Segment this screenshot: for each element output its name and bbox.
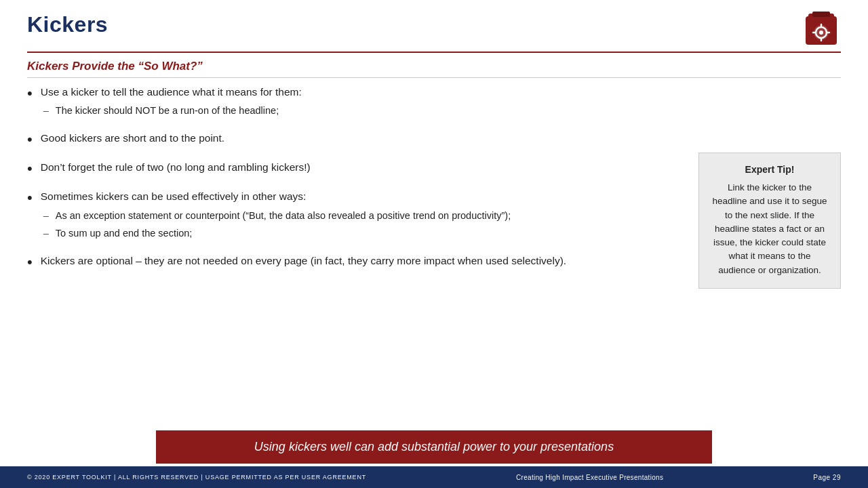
kicker-banner: Using kickers well can add substantial p… [156, 430, 712, 464]
page-title: Kickers [27, 12, 108, 40]
bullet-icon: • [27, 187, 33, 209]
footer-copyright: © 2020 EXPERT TOOLKIT | ALL RIGHTS RESER… [27, 474, 366, 481]
main-content: • Use a kicker to tell the audience what… [27, 85, 685, 289]
list-item: • Kickers are optional – they are not ne… [27, 253, 685, 273]
footer: © 2020 EXPERT TOOLKIT | ALL RIGHTS RESER… [0, 466, 868, 488]
bullet-icon: • [27, 129, 33, 150]
svg-rect-2 [812, 12, 830, 17]
list-item: • Sometimes kickers can be used effectiv… [27, 189, 685, 244]
list-item: • Good kickers are short and to the poin… [27, 131, 685, 150]
list-item-text: Good kickers are short and to the point. [41, 131, 685, 146]
list-item: • Use a kicker to tell the audience what… [27, 85, 685, 121]
list-item-text: Kickers are optional – they are not need… [41, 253, 685, 268]
footer-course-title: Creating High Impact Executive Presentat… [516, 474, 663, 481]
dash-icon: – [43, 209, 49, 223]
bullet-icon: • [27, 158, 33, 180]
list-item-text: Sometimes kickers can be used effectivel… [41, 189, 685, 244]
sub-list-item: – To sum up and end the section; [43, 226, 685, 241]
footer-page-number: Page 29 [813, 474, 841, 481]
sub-list-item: – The kicker should NOT be a run-on of t… [43, 104, 685, 118]
dash-icon: – [43, 104, 49, 118]
expert-tip-title: Expert Tip! [710, 163, 829, 177]
sub-list-item: – As an exception statement or counterpo… [43, 209, 685, 223]
bullet-list: • Use a kicker to tell the audience what… [27, 85, 685, 273]
header: Kickers [0, 0, 868, 49]
list-item-text: Use a kicker to tell the audience what i… [41, 85, 685, 121]
subtitle: Kickers Provide the “So What?” [0, 53, 868, 73]
list-item: • Don’t forget the rule of two (no long … [27, 160, 685, 180]
sub-list: – The kicker should NOT be a run-on of t… [43, 104, 685, 118]
bullet-icon: • [27, 83, 33, 104]
expert-tip-box: Expert Tip! Link the kicker to the headl… [698, 152, 841, 289]
list-item-text: Don’t forget the rule of two (no long an… [41, 160, 685, 175]
logo-icon [802, 9, 841, 49]
expert-tip-body: Link the kicker to the headline and use … [710, 181, 829, 277]
content-area: • Use a kicker to tell the audience what… [0, 78, 868, 289]
bullet-icon: • [27, 251, 33, 273]
dash-icon: – [43, 226, 49, 241]
sub-list: – As an exception statement or counterpo… [43, 209, 685, 241]
svg-point-5 [819, 30, 823, 35]
